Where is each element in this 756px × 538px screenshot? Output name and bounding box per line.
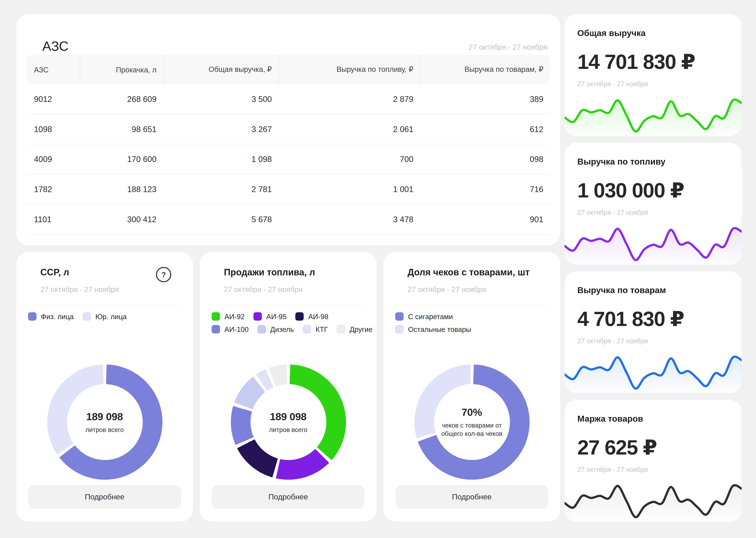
legend-item: АИ-95 xyxy=(254,312,287,321)
date-range-label: 27 октября - 27 ноября xyxy=(40,285,181,295)
card-header: Продажи топлива, л 27 октября - 27 ноябр… xyxy=(200,252,377,295)
legend-label: Дизель xyxy=(270,325,294,333)
legend-swatch-icon xyxy=(82,312,91,321)
date-range-label: 27 октября - 27 ноября xyxy=(224,285,365,295)
table-row: 9012268 6093 5002 879389 xyxy=(26,84,550,114)
goods-margin-card: Маржа товаров 27 625 ₽ 27 октября - 27 н… xyxy=(565,400,742,521)
table-cell: 3 267 xyxy=(163,114,279,144)
help-icon[interactable]: ? xyxy=(156,267,171,282)
column-header: Выручка по топливу, ₽ xyxy=(279,55,420,84)
table-cell: 300 412 xyxy=(79,204,163,234)
table-cell: 700 xyxy=(279,144,420,174)
total-revenue-sparkline xyxy=(565,97,742,136)
legend-swatch-icon xyxy=(395,312,403,321)
donut-center-caption: литров всего xyxy=(85,425,124,434)
azs-table: АЗСПрокачка, лОбщая выручка, ₽Выручка по… xyxy=(26,55,550,234)
sparkline-svg xyxy=(565,482,742,521)
table-cell: 170 600 xyxy=(79,144,163,174)
legend-label: Другие xyxy=(350,325,372,333)
ssr-card: ССР, л 27 октября - 27 ноября ? Физ. лиц… xyxy=(16,252,193,521)
legend-item: Другие xyxy=(337,325,372,333)
details-button[interactable]: Подробнее xyxy=(395,485,548,509)
legend-item: АИ-92 xyxy=(212,312,245,321)
card-header: Доля чеков с товарами, шт 27 октября - 2… xyxy=(383,252,560,295)
table-row: 4009170 6001 098700098 xyxy=(26,144,550,174)
donut-center: 189 098 литров всего xyxy=(250,384,326,460)
legend-label: АИ-95 xyxy=(266,312,287,320)
donut-center-value: 189 098 xyxy=(86,410,123,422)
legend-item: АИ-98 xyxy=(295,312,328,321)
table-cell: 1101 xyxy=(26,204,79,234)
legend-label: КТГ xyxy=(316,325,328,333)
fuel-sales-card: Продажи топлива, л 27 октября - 27 ноябр… xyxy=(200,252,377,521)
table-cell: 188 123 xyxy=(79,174,163,204)
legend-item: С сигаретами xyxy=(395,312,453,321)
stat-title: Выручка по товарам xyxy=(577,285,742,296)
date-range-label: 27 октября - 27 ноября xyxy=(577,208,742,217)
fuel-station-dashboard: АЗС 27 октября - 27 ноября АЗСПрокачка, … xyxy=(0,0,756,538)
sparkline-svg xyxy=(565,97,742,136)
legend-label: АИ-98 xyxy=(308,312,329,320)
table-cell: 98 651 xyxy=(79,114,163,144)
legend-label: С сигаретами xyxy=(408,312,453,320)
donut-center-caption: литров всего xyxy=(269,425,307,434)
table-row: 1101300 4125 6783 478901 xyxy=(26,204,550,235)
table-cell: 2 879 xyxy=(279,84,420,114)
table-cell: 2 061 xyxy=(279,114,420,144)
details-button[interactable]: Подробнее xyxy=(28,485,181,509)
legend-swatch-icon xyxy=(258,325,266,333)
legend-item: Физ. лица xyxy=(28,312,73,321)
legend-swatch-icon xyxy=(337,325,345,333)
donut-center: 189 098 литров всего xyxy=(67,384,142,460)
legend-item: Дизель xyxy=(258,325,294,333)
date-range-label: 27 октября - 27 ноября xyxy=(577,337,742,345)
table-row: 1782188 1232 7811 001716 xyxy=(26,174,550,204)
sparkline-svg xyxy=(565,354,742,393)
details-button[interactable]: Подробнее xyxy=(212,485,365,509)
table-cell: 1782 xyxy=(26,174,79,204)
table-cell: 716 xyxy=(420,174,550,204)
legend-item: КТГ xyxy=(303,325,328,333)
table-cell: 5 678 xyxy=(163,204,279,234)
legend-swatch-icon xyxy=(212,312,220,321)
fuel-revenue-card: Выручка по топливу 1 030 000 ₽ 27 октябр… xyxy=(565,143,742,264)
card-title: Продажи топлива, л xyxy=(224,266,365,278)
stat-value: 1 030 000 ₽ xyxy=(577,179,742,202)
azs-table-card: АЗС 27 октября - 27 ноября АЗСПрокачка, … xyxy=(16,14,560,245)
table-cell: 3 500 xyxy=(163,84,279,114)
table-cell: 389 xyxy=(420,84,550,114)
table-row: 109898 6513 2672 061612 xyxy=(26,114,550,144)
goods-revenue-card: Выручка по товарам 4 701 830 ₽ 27 октябр… xyxy=(565,271,742,393)
table-cell: 9012 xyxy=(26,84,79,114)
legend-item: АИ-100 xyxy=(212,325,249,333)
divider xyxy=(395,304,548,304)
date-range-label: 27 октября - 27 ноября xyxy=(407,285,548,295)
legend-row: Остальные товары xyxy=(395,325,548,333)
divider xyxy=(28,304,181,304)
legend-label: Физ. лица xyxy=(41,312,73,320)
stat-value: 4 701 830 ₽ xyxy=(577,308,742,331)
date-range-label: 27 октября - 27 ноября xyxy=(577,465,742,474)
column-header: Прокачка, л xyxy=(79,55,163,84)
table-cell: 098 xyxy=(420,144,550,174)
stat-title: Общая выручка xyxy=(577,27,742,38)
legend-swatch-icon xyxy=(295,312,304,321)
legend-label: АИ-92 xyxy=(224,312,245,320)
goods-margin-sparkline xyxy=(565,482,742,521)
date-range-label: 27 октября - 27 ноября xyxy=(469,43,547,51)
legend-swatch-icon xyxy=(28,312,36,321)
stat-value: 14 701 830 ₽ xyxy=(577,51,742,74)
donut-center-value: 70% xyxy=(462,406,482,418)
table-cell: 268 609 xyxy=(79,84,163,114)
fuel-donut-chart: 189 098 литров всего xyxy=(230,364,346,480)
legend-item: Юр. лица xyxy=(82,312,127,321)
column-header: Выручка по товарам, ₽ xyxy=(420,55,550,84)
donut-center-value: 189 098 xyxy=(270,410,307,422)
legend-row: С сигаретами xyxy=(395,312,548,321)
legend-row: АИ-92АИ-95АИ-98 xyxy=(212,312,365,321)
ssr-donut-chart: 189 098 литров всего xyxy=(47,364,162,480)
table-body: 9012268 6093 5002 879389109898 6513 2672… xyxy=(26,84,550,234)
legend-row: АИ-100ДизельКТГДругие xyxy=(212,325,365,333)
column-header: АЗС xyxy=(26,55,79,84)
legend-swatch-icon xyxy=(212,325,220,333)
